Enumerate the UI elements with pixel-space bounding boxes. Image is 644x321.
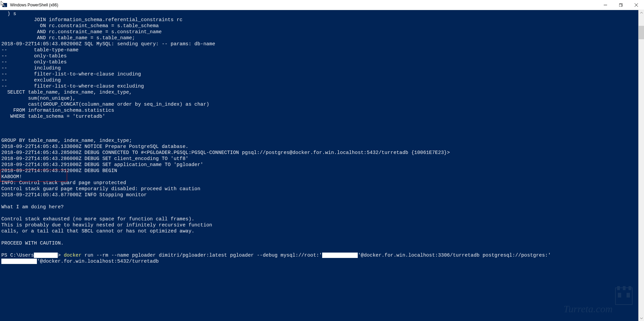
terminal-line: -- filter-list-to-where-clause incuding (1, 71, 141, 77)
terminal-line: ) s (1, 11, 16, 16)
terminal-line: Control stack exhausted (no more space f… (1, 216, 194, 222)
terminal-line: 2018-09-22T14:05:43.285000Z DEBUG CONNEC… (1, 150, 450, 155)
terminal-line: -- filter-list-to-where-clause excluding (1, 84, 144, 89)
terminal-line: 2018-09-22T14:05:43.312000Z DEBUG BEGIN (1, 168, 117, 173)
terminal-line: PROCEED WITH CAUTION. (1, 240, 64, 246)
terminal-line: -- only-tables (1, 59, 67, 65)
minimize-button[interactable] (598, 0, 613, 10)
svg-rect-0 (2, 3, 7, 7)
terminal-line: -- table-type-name (1, 47, 79, 53)
terminal-line: 2018-09-22T14:05:43.082000Z SQL MySQL: s… (1, 41, 215, 47)
terminal-line: 2018-09-22T14:05:43.286000Z DEBUG SET cl… (1, 156, 189, 161)
terminal-line: 2018-09-22T14:05:43.133000Z NOTICE Prepa… (1, 144, 189, 149)
terminal-line: INFO: Control stack guard page unprotect… (1, 180, 126, 185)
terminal-line: AND rc.constraint_name = s.constraint_na… (1, 29, 162, 35)
scrollbar-thumb[interactable] (639, 26, 644, 39)
command-args: '@docker.for.win.localhost:3306/turretad… (358, 253, 551, 258)
close-button[interactable] (629, 0, 644, 10)
terminal-line: sum(non_unique), (1, 96, 76, 101)
command-continuation: '@docker.for.win.localhost:5432/turretad… (37, 259, 159, 264)
command-name: docker (64, 253, 82, 258)
terminal-line: calls, or a tail call that SBCL cannot o… (1, 228, 194, 234)
terminal-line: FROM information_schema.statistics (1, 108, 114, 113)
terminal-output[interactable]: ) s JOIN information_schema.referential_… (0, 10, 638, 321)
terminal-line: This is probably due to heavily nested o… (1, 222, 212, 228)
prompt-prefix: PS C:\Users (1, 253, 34, 258)
terminal-line: -- excluding (1, 77, 61, 83)
powershell-icon (2, 2, 7, 8)
terminal-line: Control stack guard page temporarily dis… (1, 186, 200, 192)
terminal-line: KABOOM! (1, 174, 22, 179)
prompt-sep: > (58, 253, 64, 258)
terminal-line: WHERE table_schema = 'turretadb' (1, 114, 105, 119)
maximize-button[interactable] (613, 0, 629, 10)
command-args: run --rm --name pgloader dimitri/pgloade… (82, 253, 322, 258)
scroll-down-button[interactable] (639, 315, 644, 321)
terminal-line: SELECT table_name, index_name, index_typ… (1, 90, 132, 95)
terminal-line: JOIN information_schema.referential_cons… (1, 17, 183, 22)
scroll-up-button[interactable] (639, 10, 644, 16)
vertical-scrollbar[interactable] (638, 10, 644, 321)
window-title: Windows PowerShell (x86) (9, 3, 598, 7)
terminal-line: 2018-09-22T14:05:43.291000Z DEBUG SET ap… (1, 162, 203, 167)
terminal-line: -- only-tables (1, 53, 67, 59)
terminal-line: GROUP BY table_name, index_name, index_t… (1, 138, 132, 143)
terminal-line: 2018-09-22T14:05:43.877000Z INFO Stoppin… (1, 192, 147, 198)
terminal-line: AND rc.table_name = s.table_name; (1, 35, 135, 41)
terminal-line: -- including (1, 65, 61, 71)
terminal-line: What I am doing here? (1, 204, 64, 210)
terminal-line: cast(GROUP_CONCAT(column_name order by s… (1, 102, 209, 107)
window-controls (598, 0, 644, 10)
redacted-text: xxxxxxxxxxxx (1, 259, 37, 264)
redacted-text: xxxxxxxxxxxx (322, 253, 358, 258)
terminal-line: ON rc.constraint_schema = s.table_schema (1, 23, 159, 29)
scrollbar-track[interactable] (639, 16, 644, 315)
svg-rect-4 (619, 4, 622, 7)
window-titlebar: Windows PowerShell (x86) (0, 0, 644, 10)
redacted-text: \xxxxxxx (34, 253, 58, 258)
